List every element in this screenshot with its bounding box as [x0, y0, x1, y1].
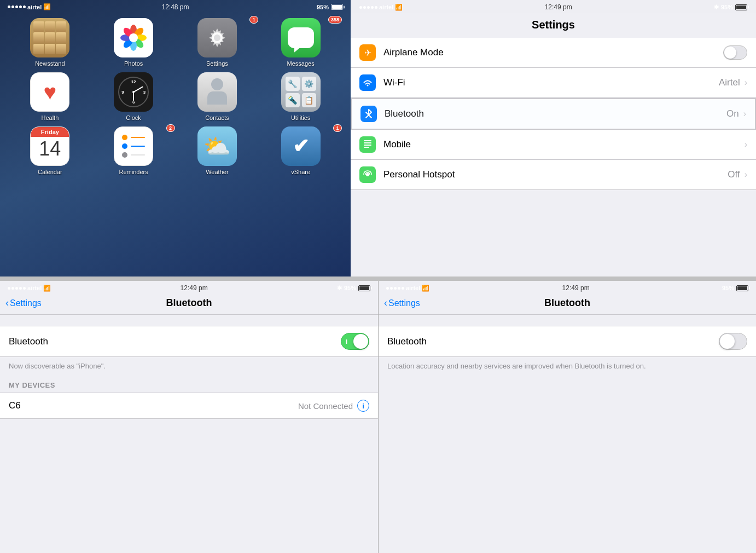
heart-icon: ♥ — [44, 80, 57, 105]
weather-label: Weather — [206, 169, 228, 175]
settings-row-airplane[interactable]: ✈ Airplane Mode — [351, 38, 756, 68]
hotspot-label: Personal Hotspot — [383, 169, 728, 180]
mobile-label: Mobile — [383, 139, 745, 150]
vshare-label: vShare — [291, 169, 310, 175]
mobile-chevron: › — [745, 140, 747, 149]
signal-dot — [371, 6, 374, 9]
photos-svg — [114, 18, 153, 57]
cloud-sun-icon: ⛅ — [203, 134, 231, 159]
signal-dot — [8, 5, 10, 8]
util-item: ⚙️ — [302, 77, 316, 91]
wifi-label: Wi-Fi — [383, 77, 719, 88]
wifi-icon: 📶 — [43, 3, 51, 10]
svg-rect-13 — [364, 140, 371, 141]
settings-row-bluetooth[interactable]: Bluetooth On › — [351, 98, 756, 130]
app-photos[interactable]: Photos — [95, 18, 173, 67]
bt-left-section-header: MY DEVICES — [0, 371, 378, 393]
hotspot-value: Off — [728, 169, 740, 180]
app-utilities[interactable]: 🔧 ⚙️ 🔦 📋 Utilities — [261, 72, 340, 121]
settings-row-hotspot[interactable]: Personal Hotspot Off › — [351, 160, 756, 190]
bt-left-battery-pct: 95% — [344, 285, 356, 291]
app-health[interactable]: ♥ Health — [11, 72, 89, 121]
calendar-icon: Friday 14 — [30, 126, 69, 166]
mobile-svg — [363, 140, 372, 149]
toggle-knob — [724, 47, 736, 59]
info-icon: i — [362, 402, 364, 410]
app-reminders[interactable]: 2 Reminders — [95, 126, 173, 175]
bt-right-battery: 95% — [722, 285, 748, 291]
newsstand-label: Newsstand — [35, 60, 65, 67]
reminder-dots — [117, 128, 150, 164]
toggle-on-knob — [353, 334, 368, 349]
message-bubble — [288, 27, 314, 48]
bt-left-carrier-name: airtel — [27, 285, 42, 291]
bt-left-back-button[interactable]: ‹ Settings — [5, 297, 42, 309]
settings-bt-icon: ✱ — [714, 4, 719, 11]
health-icon: ♥ — [30, 72, 69, 112]
app-newsstand[interactable]: Newsstand — [11, 18, 89, 67]
wifi-value: Airtel — [719, 77, 740, 88]
bt-right-toggle-label: Bluetooth — [387, 336, 719, 347]
contacts-icon — [197, 72, 237, 112]
home-status-bar: airtel 📶 12:48 pm 95% — [0, 0, 351, 13]
bluetooth-on-screen: airtel 📶 12:49 pm ✱ 95% ‹ Settings Bluet… — [0, 281, 378, 553]
bluetooth-value: On — [726, 108, 739, 119]
svg-point-9 — [129, 33, 138, 42]
newsstand-icon — [30, 18, 69, 57]
bt-device-row[interactable]: C6 Not Connected i — [0, 393, 378, 419]
bt-right-content: Bluetooth Location accuracy and nearby s… — [379, 315, 756, 371]
settings-row-mobile[interactable]: Mobile › — [351, 130, 756, 160]
home-time: 12:48 pm — [161, 3, 189, 11]
bt-right-back-button[interactable]: ‹ Settings — [384, 297, 420, 309]
util-item: 📋 — [302, 93, 316, 107]
app-contacts[interactable]: Contacts — [178, 72, 257, 121]
airplane-toggle[interactable] — [723, 45, 747, 60]
bt-left-toggle-row[interactable]: Bluetooth I — [0, 326, 378, 357]
bt-right-toggle-row[interactable]: Bluetooth — [379, 326, 756, 357]
bt-device-status: Not Connected — [298, 401, 353, 411]
bt-left-description: Now discoverable as "iPhone". — [0, 357, 378, 371]
app-messages[interactable]: 358 Messages — [261, 18, 340, 67]
battery-icon — [331, 4, 343, 10]
bt-right-nav: ‹ Settings Bluetooth — [379, 294, 756, 315]
signal-dot — [19, 5, 22, 8]
settings-row-wifi[interactable]: Wi-Fi Airtel › — [351, 68, 756, 98]
airplane-icon: ✈ — [359, 44, 376, 61]
vshare-icon: ✔ — [281, 126, 321, 166]
settings-badge: 1 — [249, 16, 258, 24]
app-clock[interactable]: 12 3 6 9 Clock — [95, 72, 173, 121]
settings-icon — [197, 18, 237, 57]
calendar-label: Calendar — [38, 169, 62, 175]
bt-right-time: 12:49 pm — [562, 284, 590, 292]
reminders-label: Reminders — [119, 169, 148, 175]
bt-left-toggle[interactable]: I — [341, 333, 369, 350]
bt-right-title: Bluetooth — [544, 297, 590, 309]
settings-wifi-icon: 📶 — [395, 4, 403, 11]
device-info-button[interactable]: i — [357, 400, 369, 412]
clock-label: Clock — [126, 114, 141, 121]
app-weather[interactable]: ⛅ Weather — [178, 126, 257, 175]
vshare-badge: 1 — [333, 124, 342, 132]
signal-dot — [359, 6, 362, 9]
app-grid: Newsstand — [0, 13, 351, 181]
settings-title: Settings — [351, 13, 756, 38]
back-chevron-icon: ‹ — [384, 297, 387, 309]
bt-right-toggle[interactable] — [719, 333, 747, 350]
bt-right-carrier-name: airtel — [406, 285, 420, 291]
toggle-on-label: I — [346, 338, 347, 345]
battery-status: 95% — [317, 4, 343, 10]
utilities-label: Utilities — [291, 114, 310, 121]
util-grid: 🔧 ⚙️ 🔦 📋 — [281, 72, 321, 112]
hotspot-chevron: › — [745, 170, 747, 180]
app-calendar[interactable]: Friday 14 Calendar — [11, 126, 89, 175]
signal-dot — [15, 5, 18, 8]
bt-left-title: Bluetooth — [166, 297, 212, 309]
utilities-icon: 🔧 ⚙️ 🔦 📋 — [281, 72, 321, 112]
svg-point-17 — [366, 173, 369, 176]
settings-carrier-name: airtel — [379, 4, 393, 10]
app-settings[interactable]: 1 Settings — [178, 18, 257, 67]
svg-rect-15 — [364, 145, 371, 146]
bt-right-wifi-icon: 📶 — [422, 285, 429, 292]
app-vshare[interactable]: ✔ 1 vShare — [261, 126, 340, 175]
signal-dot — [11, 5, 14, 8]
